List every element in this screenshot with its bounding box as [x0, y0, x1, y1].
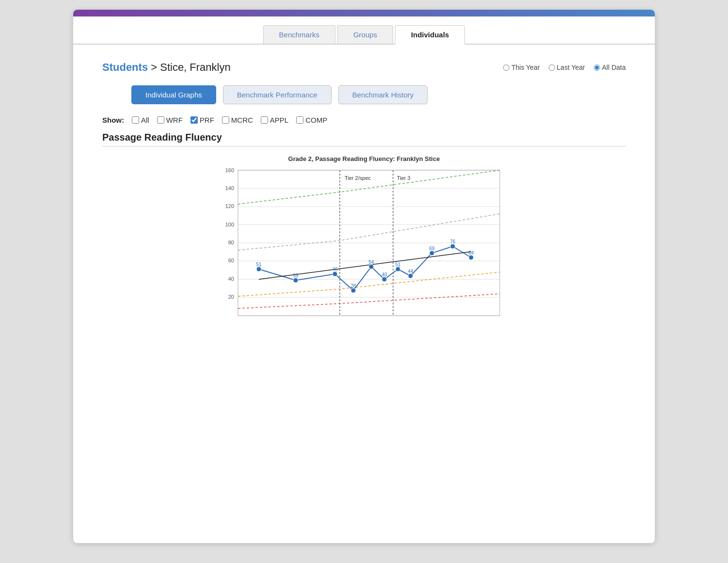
svg-point-23: [256, 267, 261, 272]
radio-this-year-input[interactable]: [503, 64, 509, 71]
radio-this-year[interactable]: This Year: [503, 64, 539, 71]
svg-point-39: [429, 251, 434, 256]
cb-appl-label: APPL: [270, 116, 288, 124]
cb-wrf-label: WRF: [166, 116, 183, 124]
breadcrumb: Students > Stice, Franklyn: [102, 61, 231, 74]
cb-wrf-input[interactable]: [157, 116, 164, 124]
show-label: Show:: [102, 116, 124, 124]
cb-appl[interactable]: APPL: [261, 116, 288, 124]
svg-text:20: 20: [228, 294, 234, 300]
cb-appl-input[interactable]: [261, 116, 268, 124]
separator: >: [148, 61, 160, 73]
svg-text:44: 44: [408, 269, 413, 274]
svg-text:60: 60: [228, 257, 234, 263]
chart-svg: 160 140 120 100 80 60 40 20: [214, 165, 514, 330]
svg-text:Tier 2/spec: Tier 2/spec: [345, 175, 371, 181]
svg-text:Tier 3: Tier 3: [397, 175, 411, 181]
svg-text:51: 51: [256, 262, 262, 267]
cb-prf-input[interactable]: [190, 116, 198, 124]
radio-group: This Year Last Year All Data: [503, 64, 626, 71]
tab-individuals[interactable]: Individuals: [395, 25, 465, 45]
chart-title: Grade 2, Passage Reading Fluency: Frankl…: [209, 155, 519, 162]
cb-wrf[interactable]: WRF: [157, 116, 183, 124]
btn-individual-graphs[interactable]: Individual Graphs: [131, 85, 216, 104]
tab-bar: Benchmarks Groups Individuals: [73, 16, 655, 45]
main-content: Students > Stice, Franklyn This Year Las…: [73, 45, 655, 345]
view-buttons: Individual Graphs Benchmark Performance …: [131, 85, 626, 104]
svg-text:160: 160: [225, 167, 234, 173]
svg-point-27: [332, 272, 337, 276]
svg-point-41: [450, 244, 455, 249]
main-window: Benchmarks Groups Individuals Students >…: [73, 10, 655, 543]
svg-text:80: 80: [228, 240, 234, 245]
section-title: Passage Reading Fluency: [102, 132, 626, 143]
cb-comp-label: COMP: [305, 116, 327, 124]
svg-text:69: 69: [429, 246, 435, 251]
radio-last-year-label: Last Year: [557, 64, 585, 71]
svg-text:54: 54: [368, 259, 374, 265]
svg-point-25: [293, 278, 298, 283]
student-name: Stice, Franklyn: [160, 61, 231, 73]
svg-point-29: [351, 288, 356, 293]
svg-text:76: 76: [450, 239, 456, 244]
cb-all[interactable]: All: [132, 116, 149, 124]
svg-text:51: 51: [395, 262, 401, 267]
radio-this-year-label: This Year: [511, 64, 539, 71]
cb-prf-label: PRF: [200, 116, 214, 124]
chart-wrapper: Grade 2, Passage Reading Fluency: Frankl…: [209, 155, 519, 330]
svg-point-33: [382, 277, 387, 282]
chart-container: Grade 2, Passage Reading Fluency: Frankl…: [102, 155, 626, 330]
svg-text:140: 140: [225, 185, 234, 191]
radio-all-data-input[interactable]: [594, 64, 600, 71]
tab-groups[interactable]: Groups: [337, 25, 393, 44]
cb-mcrc[interactable]: MCRC: [222, 116, 253, 124]
cb-comp[interactable]: COMP: [296, 116, 327, 124]
cb-all-label: All: [141, 116, 149, 124]
cb-prf[interactable]: PRF: [190, 116, 214, 124]
cb-mcrc-label: MCRC: [231, 116, 253, 124]
radio-last-year[interactable]: Last Year: [549, 64, 585, 71]
cb-mcrc-input[interactable]: [222, 116, 229, 124]
top-bar: [73, 10, 655, 16]
svg-point-35: [396, 267, 400, 272]
radio-last-year-input[interactable]: [549, 64, 555, 71]
show-row: Show: All WRF PRF MCRC APPL: [102, 116, 626, 124]
svg-text:100: 100: [225, 222, 234, 227]
header-row: Students > Stice, Franklyn This Year Las…: [102, 61, 626, 74]
cb-all-input[interactable]: [132, 116, 139, 124]
chart-area: 160 140 120 100 80 60 40 20: [214, 165, 514, 330]
svg-point-37: [408, 273, 413, 278]
btn-benchmark-performance[interactable]: Benchmark Performance: [223, 85, 332, 104]
svg-text:40: 40: [228, 276, 234, 282]
cb-comp-input[interactable]: [296, 116, 303, 124]
svg-text:28: 28: [350, 283, 356, 289]
radio-all-data-label: All Data: [602, 64, 626, 71]
svg-text:39: 39: [293, 273, 299, 278]
svg-text:40: 40: [381, 272, 387, 277]
svg-point-43: [469, 255, 474, 260]
btn-benchmark-history[interactable]: Benchmark History: [338, 85, 428, 104]
svg-text:120: 120: [225, 203, 234, 209]
svg-text:64: 64: [468, 250, 474, 256]
svg-point-31: [369, 264, 374, 269]
radio-all-data[interactable]: All Data: [594, 64, 626, 71]
students-link[interactable]: Students: [102, 61, 148, 73]
section-divider: [102, 146, 626, 146]
svg-text:46: 46: [332, 267, 338, 272]
tab-benchmarks[interactable]: Benchmarks: [263, 25, 335, 44]
